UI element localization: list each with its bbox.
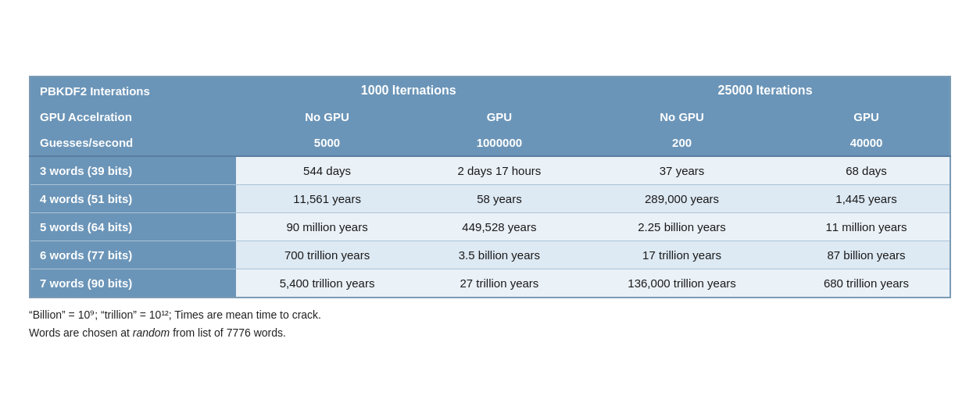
row-label: 6 words (77 bits): [30, 241, 236, 269]
row-c1: 11,561 years: [236, 185, 417, 213]
footnote-words-prefix: Words are chosen at: [29, 326, 133, 339]
row-label: 5 words (64 bits): [30, 213, 236, 241]
row-c2: 2 days 17 hours: [418, 156, 581, 185]
row-c1: 5,400 trillion years: [236, 269, 417, 298]
header-25000-iterations: 25000 Iterations: [581, 77, 950, 104]
header-row-1: PBKDF2 Interations 1000 Iternations 2500…: [30, 77, 950, 104]
table-row: 4 words (51 bits)11,561 years58 years289…: [30, 185, 950, 213]
header-guesses-200: 200: [581, 130, 783, 156]
row-c3: 17 trillion years: [581, 241, 783, 269]
footnote-text1: “Billion” = 10⁹; “trillion” = 10¹²; Time…: [29, 308, 321, 321]
row-c1: 90 million years: [236, 213, 417, 241]
row-c4: 87 billion years: [783, 241, 950, 269]
header-guesses-5000: 5000: [236, 130, 417, 156]
table-row: 7 words (90 bits)5,400 trillion years27 …: [30, 269, 950, 298]
row-c2: 27 trillion years: [418, 269, 581, 298]
row-c2: 3.5 billion years: [418, 241, 581, 269]
row-label: 4 words (51 bits): [30, 185, 236, 213]
header-row-2: GPU Accelration No GPU GPU No GPU GPU: [30, 104, 950, 130]
header-label: PBKDF2 Interations: [30, 77, 236, 104]
row-c1: 700 trillion years: [236, 241, 417, 269]
row-c3: 136,000 trillion years: [581, 269, 783, 298]
row-c4: 1,445 years: [783, 185, 950, 213]
header-gpu-label: GPU Accelration: [30, 104, 236, 130]
header-gpu-1: GPU: [418, 104, 581, 130]
row-c2: 58 years: [418, 185, 581, 213]
table-row: 6 words (77 bits)700 trillion years3.5 b…: [30, 241, 950, 269]
footnote-line2: Words are chosen at random from list of …: [29, 324, 951, 341]
header-1000-iterations: 1000 Iternations: [236, 77, 581, 104]
main-wrapper: PBKDF2 Interations 1000 Iternations 2500…: [29, 76, 951, 341]
row-c2: 449,528 years: [418, 213, 581, 241]
footnote-words-suffix: from list of 7776 words.: [170, 326, 286, 339]
header-guesses-40000: 40000: [783, 130, 950, 156]
table-row: 5 words (64 bits)90 million years449,528…: [30, 213, 950, 241]
row-c4: 680 trillion years: [783, 269, 950, 298]
header-guesses-1000000: 1000000: [418, 130, 581, 156]
row-label: 3 words (39 bits): [30, 156, 236, 185]
row-c1: 544 days: [236, 156, 417, 185]
footnote-section: “Billion” = 10⁹; “trillion” = 10¹²; Time…: [29, 306, 951, 341]
header-guesses-label: Guesses/second: [30, 130, 236, 156]
header-no-gpu-2: No GPU: [581, 104, 783, 130]
row-c4: 11 million years: [783, 213, 950, 241]
header-row-3: Guesses/second 5000 1000000 200 40000: [30, 130, 950, 156]
row-c4: 68 days: [783, 156, 950, 185]
row-c3: 289,000 years: [581, 185, 783, 213]
header-no-gpu-1: No GPU: [236, 104, 417, 130]
row-label: 7 words (90 bits): [30, 269, 236, 298]
header-gpu-2: GPU: [783, 104, 950, 130]
footnote-random-italic: random: [133, 326, 170, 339]
row-c3: 37 years: [581, 156, 783, 185]
table-row: 3 words (39 bits)544 days2 days 17 hours…: [30, 156, 950, 185]
footnote-line1: “Billion” = 10⁹; “trillion” = 10¹²; Time…: [29, 306, 951, 323]
row-c3: 2.25 billion years: [581, 213, 783, 241]
password-crack-table: PBKDF2 Interations 1000 Iternations 2500…: [29, 76, 951, 298]
